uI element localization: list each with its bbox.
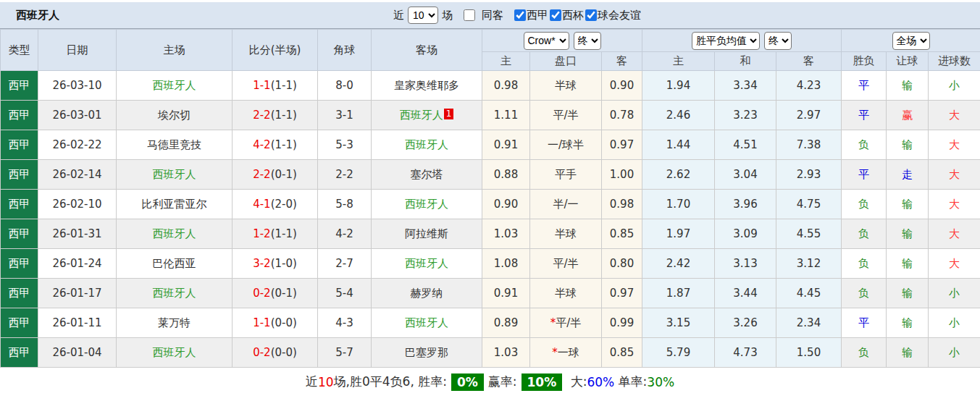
away-team-name[interactable]: 西班牙人 [405,198,448,211]
let-result-value: 输 [902,227,913,240]
away-team-name[interactable]: 阿拉维斯 [405,227,448,240]
header-corner: 角球 [318,30,372,71]
goals-value: 大 [949,168,960,181]
league-checkbox[interactable] [514,9,526,21]
handicap-star: * [552,346,558,359]
home-team-cell: 巴伦西亚 [117,249,233,279]
away-team-cell: 巴塞罗那 [372,338,482,368]
away-team-name[interactable]: 巴塞罗那 [405,346,448,359]
match-date-cell: 26-01-04 [38,338,117,368]
away-team-name[interactable]: 西班牙人 [405,316,448,329]
half-time-score: (1-1) [271,227,297,240]
home-team-name[interactable]: 西班牙人 [153,227,196,240]
home-team-cell: 埃尔切 [117,101,233,130]
home-team-name[interactable]: 马德里竞技 [147,138,201,151]
avg-select[interactable]: 胜平负均值 [692,32,760,50]
half-time-score: (1-0) [271,257,297,270]
home-team-cell: 莱万特 [117,308,233,338]
match-rows: 西甲 26-03-10 西班牙人 1-1(1-1) 8-0 皇家奥维耶多 0.9… [1,71,980,368]
away-team-name[interactable]: 西班牙人 [405,138,448,151]
league-filter-item[interactable]: 西杯 [548,9,584,22]
goals-value: 小 [949,346,960,359]
let-result-value: 赢 [902,109,913,122]
same-away-checkbox[interactable] [464,9,475,21]
handicap-value: 平/半 [553,109,578,122]
single-label: 单率: [614,373,647,390]
table-row: 西甲 26-02-22 马德里竞技 4-2(1-1) 5-3 西班牙人 0.91… [1,130,980,160]
home-team-name[interactable]: 西班牙人 [153,287,196,300]
summary-count: 10 [318,375,334,389]
match-date-cell: 26-01-17 [38,279,117,308]
avg-lose-cell: 7.38 [776,130,842,160]
subheader-avg-draw: 和 [715,52,776,71]
full-time-score: 1-1 [253,79,271,92]
league-checkbox[interactable] [585,9,597,21]
full-time-score: 1-2 [253,227,271,240]
match-date-cell: 26-01-31 [38,219,117,249]
scope-select[interactable]: 全场 [892,32,930,50]
home-team-name[interactable]: 西班牙人 [153,168,196,181]
home-team-name[interactable]: 埃尔切 [158,109,190,122]
header-date: 日期 [38,30,117,71]
handicap-value: 一球 [558,346,579,359]
home-team-name[interactable]: 西班牙人 [153,79,196,92]
recent-count-select[interactable]: 10 [408,7,438,24]
home-team-name[interactable]: 比利亚雷亚尔 [142,198,207,211]
result-cell: 平 [842,160,887,190]
let-result-cell: 输 [887,279,929,308]
avg-win-cell: 1.97 [642,219,715,249]
bookmaker-stage-select[interactable]: 终 [574,32,601,50]
avg-win-cell: 2.46 [642,101,715,130]
corner-cell: 2-7 [318,249,372,279]
avg-win-cell: 1.87 [642,279,715,308]
away-team-cell: 赫罗纳 [372,279,482,308]
result-cell: 平 [842,308,887,338]
subheader-avg-lose: 客 [776,52,842,71]
let-result-value: 输 [902,257,913,270]
header-home: 主场 [117,30,233,71]
avg-stage-select[interactable]: 终 [764,32,792,50]
away-odds-cell: 0.97 [602,130,642,160]
table-row: 西甲 26-01-31 西班牙人 1-2(1-1) 4-2 阿拉维斯 1.03 … [1,219,980,249]
goals-cell: 小 [929,279,980,308]
home-team-name[interactable]: 西班牙人 [153,346,196,359]
subheader-handicap-home: 主 [482,52,530,71]
match-date-cell: 26-02-10 [38,190,117,219]
league-checkbox[interactable] [550,9,561,21]
league-filter-item[interactable]: 球会友谊 [584,9,641,22]
match-date-cell: 26-03-01 [38,101,117,130]
full-time-score: 0-2 [253,346,271,359]
away-team-name[interactable]: 西班牙人 [400,109,443,122]
away-team-cell: 西班牙人 [372,249,482,279]
result-value: 负 [858,287,869,300]
away-team-name[interactable]: 塞尔塔 [411,168,443,181]
goals-value: 小 [949,287,960,300]
goals-value: 大 [949,227,960,240]
away-team-name[interactable]: 皇家奥维耶多 [394,79,459,92]
away-team-cell: 西班牙人 [372,308,482,338]
summary-record: 场,胜0平4负6, 胜率: [334,373,447,390]
result-value: 平 [858,168,869,181]
league-label: 西杯 [562,9,584,22]
home-team-name[interactable]: 莱万特 [158,316,190,329]
full-time-score: 4-1 [253,198,271,211]
score-cell: 4-1(2-0) [233,190,318,219]
away-team-name[interactable]: 西班牙人 [405,257,448,270]
bookmaker-select[interactable]: Crow* [524,32,569,50]
handicap-cell: *平/半 [530,308,602,338]
let-result-value: 输 [902,198,913,211]
league-type-cell: 西甲 [1,130,38,160]
home-team-name[interactable]: 巴伦西亚 [153,257,196,270]
away-team-name[interactable]: 赫罗纳 [411,287,443,300]
goals-value: 小 [949,316,960,329]
home-odds-cell: 0.88 [482,160,530,190]
header-type: 类型 [1,30,38,71]
title-bar: 西班牙人 近 10 场 同客 西甲 西杯 球会友谊 [0,2,980,29]
let-result-value: 走 [902,168,913,181]
let-result-cell: 输 [887,338,929,368]
handicap-value: 半/一 [553,198,578,211]
league-filter-item[interactable]: 西甲 [513,9,548,22]
goals-value: 大 [949,198,960,211]
avg-win-cell: 5.79 [642,338,715,368]
result-value: 平 [858,79,869,92]
